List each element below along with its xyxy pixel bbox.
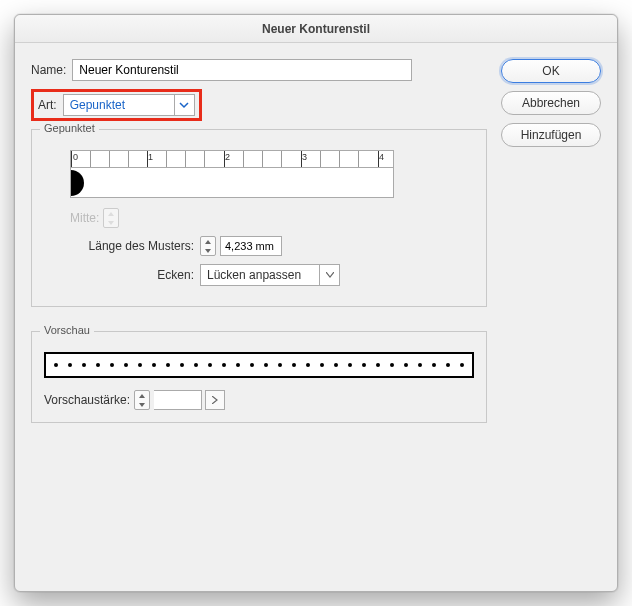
art-highlight: Art: Gepunktet [31, 89, 202, 121]
length-input[interactable] [220, 236, 282, 256]
pattern-track[interactable] [70, 168, 394, 198]
ruler-num: 0 [73, 152, 78, 162]
chevron-down-icon [174, 95, 194, 115]
ecken-label: Ecken: [44, 268, 194, 282]
ruler-num: 2 [225, 152, 230, 162]
ruler-area: 0 1 2 3 4 [70, 150, 394, 198]
preview-thickness-stepper[interactable] [134, 390, 150, 410]
ecken-value: Lücken anpassen [201, 268, 319, 282]
preview-box [44, 352, 474, 378]
name-label: Name: [31, 63, 66, 77]
ruler-num: 4 [379, 152, 384, 162]
add-button[interactable]: Hinzufügen [501, 123, 601, 147]
art-select[interactable]: Gepunktet [63, 94, 195, 116]
preview-label: Vorschau [40, 324, 94, 336]
chevron-down-icon [319, 265, 339, 285]
section-label: Gepunktet [40, 122, 99, 134]
length-label: Länge des Musters: [44, 239, 194, 253]
preview-flyout-button[interactable] [205, 390, 225, 410]
ecken-select[interactable]: Lücken anpassen [200, 264, 340, 286]
preview-thickness-label: Vorschaustärke: [44, 393, 130, 407]
name-input[interactable] [72, 59, 412, 81]
dialog-window: Neuer Konturenstil Name: Art: Gepunktet [14, 14, 618, 592]
preview-section: Vorschau Vorschaustärke: [31, 331, 487, 423]
pattern-section: Gepunktet 0 1 2 3 4 [31, 129, 487, 307]
ruler[interactable]: 0 1 2 3 4 [70, 150, 394, 168]
dot-marker[interactable] [71, 170, 84, 196]
dialog-title: Neuer Konturenstil [262, 22, 370, 36]
cancel-button[interactable]: Abbrechen [501, 91, 601, 115]
art-label: Art: [38, 98, 57, 112]
mitte-stepper [103, 208, 119, 228]
preview-thickness-input[interactable] [154, 390, 202, 410]
titlebar: Neuer Konturenstil [15, 15, 617, 43]
art-value: Gepunktet [64, 98, 174, 112]
ok-button[interactable]: OK [501, 59, 601, 83]
ruler-num: 1 [148, 152, 153, 162]
mitte-label: Mitte: [70, 211, 99, 225]
ruler-num: 3 [302, 152, 307, 162]
length-stepper[interactable] [200, 236, 216, 256]
